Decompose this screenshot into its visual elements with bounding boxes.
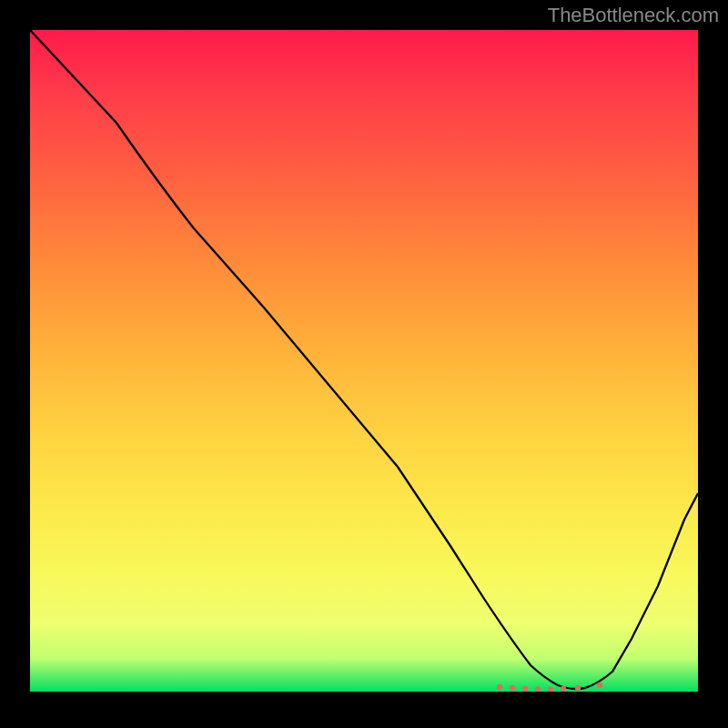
svg-point-6 (575, 685, 581, 691)
watermark-text: TheBottleneck.com (548, 4, 719, 27)
svg-point-4 (548, 686, 553, 692)
svg-point-5 (561, 686, 566, 692)
curve-layer (30, 30, 698, 692)
svg-point-2 (522, 686, 528, 692)
chart-container: TheBottleneck.com (0, 0, 728, 728)
svg-point-7 (597, 682, 602, 688)
svg-point-3 (535, 686, 541, 692)
plot-area (30, 30, 698, 692)
svg-point-0 (497, 684, 502, 690)
svg-point-1 (510, 685, 515, 691)
bottleneck-curve (30, 30, 698, 689)
